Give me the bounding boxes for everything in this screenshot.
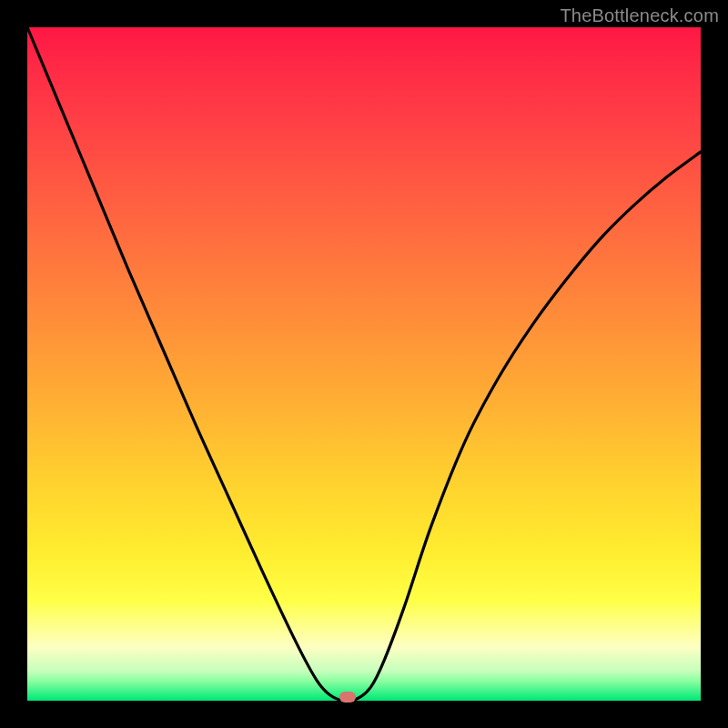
bottleneck-curve xyxy=(27,27,701,701)
watermark-text: TheBottleneck.com xyxy=(560,5,719,26)
chart-frame: TheBottleneck.com xyxy=(0,0,728,728)
plot-area xyxy=(27,27,701,701)
optimal-marker xyxy=(339,692,356,703)
